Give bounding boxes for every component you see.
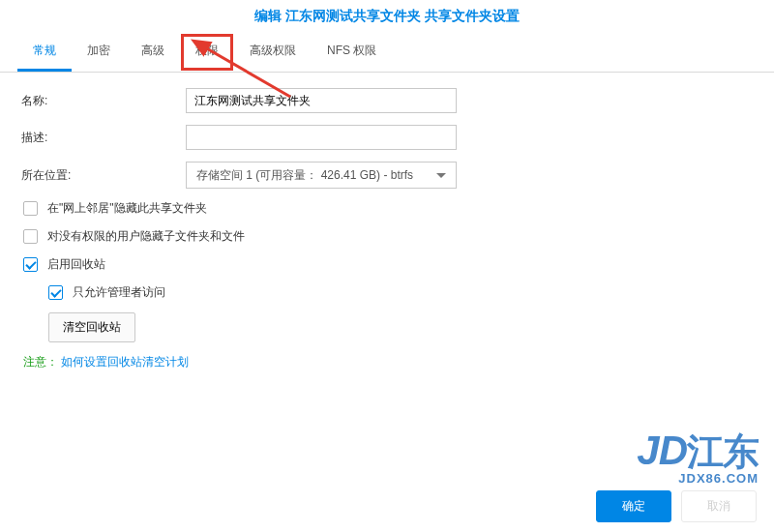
form-area: 名称: 描述: 所在位置: 存储空间 1 (可用容量： 426.41 GB) -…: [0, 73, 774, 386]
tab-advanced[interactable]: 高级: [126, 33, 180, 72]
tab-encrypt[interactable]: 加密: [72, 33, 126, 72]
ok-button[interactable]: 确定: [596, 490, 671, 522]
notice-row: 注意： 如何设置回收站清空计划: [21, 354, 753, 370]
tab-advanced-permission[interactable]: 高级权限: [234, 33, 312, 72]
desc-label: 描述:: [21, 130, 186, 146]
location-value: 存储空间 1 (可用容量： 426.41 GB) - btrfs: [196, 167, 413, 184]
tab-general[interactable]: 常规: [17, 33, 72, 72]
desc-input[interactable]: [186, 125, 457, 150]
cancel-button[interactable]: 取消: [681, 490, 757, 522]
checkbox-hide-subfolders[interactable]: [23, 229, 38, 244]
chevron-down-icon: [436, 173, 446, 178]
location-select[interactable]: 存储空间 1 (可用容量： 426.41 GB) - btrfs: [186, 162, 457, 189]
name-input[interactable]: [186, 88, 457, 113]
tab-bar: 常规 加密 高级 权限 高级权限 NFS 权限: [0, 33, 774, 73]
watermark: JD江东 JDX86.COM: [637, 430, 759, 486]
label-admin-only: 只允许管理者访问: [73, 284, 165, 301]
label-hide-neighborhood: 在"网上邻居"隐藏此共享文件夹: [47, 200, 207, 217]
dialog-footer: 确定 取消: [596, 490, 757, 522]
label-hide-subfolders: 对没有权限的用户隐藏子文件夹和文件: [47, 228, 245, 245]
tab-permission[interactable]: 权限: [180, 33, 234, 72]
notice-link[interactable]: 如何设置回收站清空计划: [61, 355, 189, 369]
location-label: 所在位置:: [21, 167, 186, 184]
tab-nfs-permission[interactable]: NFS 权限: [312, 33, 392, 72]
dialog-title: 编辑 江东网测试共享文件夹 共享文件夹设置: [254, 8, 520, 23]
notice-label: 注意：: [23, 355, 58, 369]
checkbox-enable-recycle[interactable]: [23, 257, 38, 272]
checkbox-hide-neighborhood[interactable]: [23, 201, 38, 216]
checkbox-admin-only[interactable]: [48, 285, 63, 300]
label-enable-recycle: 启用回收站: [47, 256, 105, 273]
dialog-header: 编辑 江东网测试共享文件夹 共享文件夹设置: [0, 0, 774, 33]
name-label: 名称:: [21, 93, 186, 109]
empty-recycle-button[interactable]: 清空回收站: [48, 312, 135, 342]
